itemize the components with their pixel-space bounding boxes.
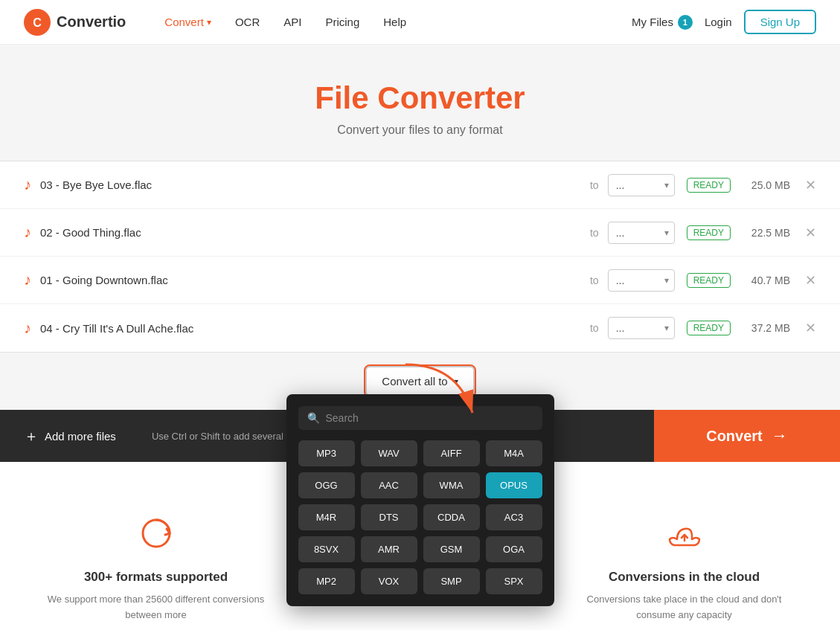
header-right: My Files 1 Login Sign Up (632, 10, 816, 34)
format-button-m4r[interactable]: M4R (298, 504, 355, 530)
format-button-dts[interactable]: DTS (361, 504, 417, 530)
logo[interactable]: C Convertio (24, 9, 126, 36)
format-select-3[interactable]: ... (608, 317, 675, 339)
format-button-wma[interactable]: WMA (423, 472, 480, 498)
format-select-1[interactable]: ... (608, 222, 675, 244)
status-badge: READY (687, 321, 731, 335)
file-name: 01 - Going Downtown.flac (40, 274, 581, 286)
file-size: 37.2 MB (731, 322, 790, 334)
to-label: to (590, 274, 599, 286)
login-button[interactable]: Login (705, 16, 732, 28)
file-size: 40.7 MB (731, 274, 790, 286)
table-row: ♪ 04 - Cry Till It's A Dull Ache.flac to… (0, 304, 840, 352)
format-button-opus[interactable]: OPUS (486, 472, 542, 498)
music-icon: ♪ (24, 224, 31, 241)
search-icon: 🔍 (307, 412, 320, 424)
to-label: to (590, 179, 599, 191)
remove-button[interactable]: ✕ (805, 274, 816, 287)
remove-button[interactable]: ✕ (805, 179, 816, 192)
file-size: 25.0 MB (731, 179, 790, 191)
format-button-oga[interactable]: OGA (486, 536, 542, 562)
nav-api[interactable]: API (275, 10, 310, 34)
convert-all-button[interactable]: Convert all to ▾ (365, 366, 474, 396)
signup-button[interactable]: Sign Up (744, 10, 816, 34)
table-row: ♪ 03 - Bye Bye Love.flac to ... READY 25… (0, 161, 840, 209)
header: C Convertio Convert ▾ OCR API Pricing He… (0, 0, 840, 45)
nav-pricing[interactable]: Pricing (316, 10, 368, 34)
status-badge: READY (687, 178, 731, 193)
convert-button[interactable]: Convert → (654, 410, 840, 462)
nav-convert[interactable]: Convert ▾ (156, 10, 220, 34)
feature-item-2: Conversions in the cloud Conversions tak… (552, 498, 816, 630)
format-selector-2[interactable]: ... (608, 269, 675, 292)
format-button-mp2[interactable]: MP2 (298, 568, 355, 594)
format-button-mp3[interactable]: MP3 (298, 440, 355, 466)
search-input[interactable] (326, 412, 533, 424)
format-button-vox[interactable]: VOX (361, 568, 417, 594)
file-name: 03 - Bye Bye Love.flac (40, 179, 581, 191)
format-button-ac3[interactable]: AC3 (486, 504, 542, 530)
feature-desc-0: We support more than 25600 different con… (42, 592, 270, 623)
feature-icon-2 (570, 515, 798, 558)
format-dropdown-panel: 🔍 MP3WAVAIFFM4AOGGAACWMAOPUSM4RDTSCDDAAC… (286, 394, 554, 606)
music-icon: ♪ (24, 320, 31, 337)
format-button-aiff[interactable]: AIFF (423, 440, 480, 466)
format-button-8svx[interactable]: 8SVX (298, 536, 355, 562)
my-files-button[interactable]: My Files 1 (632, 15, 693, 30)
add-files-button[interactable]: ＋ Add more files (0, 410, 140, 462)
feature-item-0: 300+ formats supported We support more t… (24, 498, 288, 630)
format-grid: MP3WAVAIFFM4AOGGAACWMAOPUSM4RDTSCDDAAC38… (298, 440, 542, 594)
chevron-down-icon: ▾ (207, 17, 211, 28)
remove-button[interactable]: ✕ (805, 321, 816, 335)
table-row: ♪ 01 - Going Downtown.flac to ... READY … (0, 257, 840, 304)
format-selector-0[interactable]: ... (608, 174, 675, 196)
format-button-amr[interactable]: AMR (361, 536, 417, 562)
format-selector-3[interactable]: ... (608, 317, 675, 339)
format-select-0[interactable]: ... (608, 174, 675, 196)
search-box: 🔍 (298, 406, 542, 430)
format-button-m4a[interactable]: M4A (486, 440, 542, 466)
plus-icon: ＋ (24, 426, 39, 446)
feature-title-2: Conversions in the cloud (570, 570, 798, 585)
feature-icon-0 (42, 515, 270, 558)
main-nav: Convert ▾ OCR API Pricing Help (156, 10, 632, 34)
hero-section: File Converter Convert your files to any… (0, 45, 840, 161)
nav-ocr[interactable]: OCR (226, 10, 269, 34)
nav-help[interactable]: Help (374, 10, 415, 34)
my-files-badge: 1 (678, 15, 693, 30)
format-selector-1[interactable]: ... (608, 222, 675, 244)
format-select-2[interactable]: ... (608, 269, 675, 292)
logo-text: Convertio (57, 13, 126, 30)
to-label: to (590, 322, 599, 334)
file-name: 04 - Cry Till It's A Dull Ache.flac (40, 322, 581, 335)
status-badge: READY (687, 225, 731, 240)
to-label: to (590, 227, 599, 239)
format-button-cdda[interactable]: CDDA (423, 504, 480, 530)
format-button-smp[interactable]: SMP (423, 568, 480, 594)
remove-button[interactable]: ✕ (805, 226, 816, 240)
file-name: 02 - Good Thing.flac (40, 226, 581, 239)
format-button-gsm[interactable]: GSM (423, 536, 480, 562)
file-list: ♪ 03 - Bye Bye Love.flac to ... READY 25… (0, 161, 840, 353)
hero-title: File Converter (15, 80, 825, 116)
file-size: 22.5 MB (731, 227, 790, 239)
chevron-down-icon: ▾ (454, 376, 458, 387)
music-icon: ♪ (24, 176, 31, 193)
feature-desc-2: Conversions take place in the cloud and … (570, 592, 798, 623)
format-button-spx[interactable]: SPX (486, 568, 542, 594)
status-badge: READY (687, 273, 731, 288)
feature-title-0: 300+ formats supported (42, 570, 270, 585)
svg-text:C: C (33, 16, 42, 29)
format-button-aac[interactable]: AAC (361, 472, 417, 498)
arrow-right-icon: → (772, 426, 788, 446)
table-row: ♪ 02 - Good Thing.flac to ... READY 22.5… (0, 209, 840, 257)
format-button-ogg[interactable]: OGG (298, 472, 355, 498)
music-icon: ♪ (24, 271, 31, 289)
format-button-wav[interactable]: WAV (361, 440, 417, 466)
hero-subtitle: Convert your files to any format (15, 123, 825, 137)
